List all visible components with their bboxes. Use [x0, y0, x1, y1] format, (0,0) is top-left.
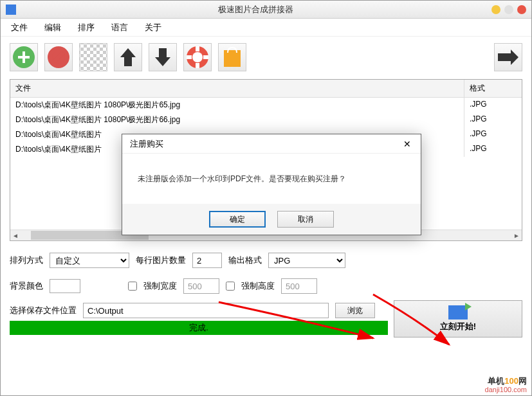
watermark-line2: danji100.com	[485, 386, 527, 393]
dialog-close-button[interactable]: ✕	[399, 138, 416, 150]
outfmt-label: 输出格式	[228, 255, 262, 266]
svg-point-5	[192, 52, 203, 62]
table-row[interactable]: D:\tools\桌面\4K壁纸图片 1080P\极光图片65.jpg .JPG	[10, 98, 522, 113]
titlebar: 极速图片合成拼接器	[1, 1, 531, 19]
forbidden-circle-icon	[47, 46, 70, 69]
bgcolor-row: 背景颜色 强制宽度 强制高度	[1, 273, 531, 299]
force-width-input[interactable]	[183, 278, 219, 294]
start-button[interactable]: 立刻开始!	[394, 300, 522, 338]
perline-label: 每行图片数量	[136, 255, 186, 266]
help-button[interactable]	[183, 43, 212, 71]
dialog-body: 未注册版会添加一个水印到PDF文件。是否要现在购买注册？	[122, 154, 421, 204]
progress-area: 完成. 立刻开始!	[10, 321, 522, 335]
force-width-label: 强制宽度	[143, 280, 177, 292]
dialog-cancel-button[interactable]: 取消	[277, 211, 334, 228]
dialog-ok-button[interactable]: 确定	[209, 211, 266, 228]
table-header: 文件 格式	[10, 80, 522, 98]
cell-format: .JPG	[464, 127, 522, 142]
move-down-button[interactable]	[149, 43, 177, 71]
watermark: 单机100网 danji100.com	[485, 377, 527, 393]
cell-format: .JPG	[464, 113, 522, 127]
register-dialog: 注册购买 ✕ 未注册版会添加一个水印到PDF文件。是否要现在购买注册？ 确定 取…	[122, 134, 421, 235]
cell-format: .JPG	[464, 142, 522, 157]
dialog-titlebar: 注册购买 ✕	[122, 134, 421, 154]
force-height-checkbox[interactable]	[226, 282, 235, 291]
start-label: 立刻开始!	[440, 321, 476, 332]
force-width-checkbox[interactable]	[128, 282, 137, 291]
toolbar	[1, 37, 531, 78]
close-button[interactable]	[517, 5, 526, 14]
close-icon: ✕	[403, 139, 411, 149]
dialog-buttons: 确定 取消	[122, 204, 421, 235]
plus-circle-icon	[12, 46, 35, 69]
col-header-format[interactable]: 格式	[464, 80, 522, 97]
maximize-button[interactable]	[504, 5, 513, 14]
cell-format: .JPG	[464, 98, 522, 113]
app-icon	[6, 4, 16, 15]
force-height-input[interactable]	[281, 278, 317, 294]
move-up-button[interactable]	[114, 43, 142, 71]
savepath-input[interactable]	[83, 303, 329, 318]
layout-select[interactable]: 自定义	[50, 253, 129, 268]
menu-edit[interactable]: 编辑	[42, 21, 64, 35]
start-icon	[448, 305, 468, 320]
bgcolor-swatch[interactable]	[50, 279, 80, 293]
layout-row: 排列方式 自定义 每行图片数量 输出格式 JPG	[1, 248, 531, 273]
add-button[interactable]	[10, 43, 38, 71]
progress-bar: 完成.	[10, 321, 388, 335]
bgcolor-label: 背景颜色	[10, 280, 43, 292]
delete-button[interactable]	[44, 43, 73, 71]
shop-button[interactable]	[218, 43, 246, 71]
cell-file: D:\tools\桌面\4K壁纸图片 1080P\极光图片66.jpg	[10, 113, 464, 127]
arrow-down-icon	[154, 47, 172, 68]
col-header-file[interactable]: 文件	[10, 80, 464, 97]
dialog-message: 未注册版会添加一个水印到PDF文件。是否要现在购买注册？	[138, 174, 346, 184]
arrow-up-icon	[119, 47, 137, 68]
menu-lang[interactable]: 语言	[109, 21, 131, 35]
scroll-right-icon[interactable]: ►	[511, 230, 522, 240]
arrow-right-icon	[497, 48, 520, 66]
menu-file[interactable]: 文件	[8, 21, 30, 35]
savepath-label: 选择保存文件位置	[10, 305, 77, 316]
svg-rect-6	[224, 50, 241, 67]
bag-icon	[223, 46, 242, 68]
outfmt-select[interactable]: JPG	[268, 253, 345, 268]
dialog-title: 注册购买	[130, 138, 163, 150]
perline-input[interactable]	[192, 253, 222, 268]
force-height-label: 强制高度	[241, 280, 275, 292]
window-title: 极速图片合成拼接器	[20, 4, 491, 15]
menubar: 文件 编辑 排序 语言 关于	[1, 19, 531, 37]
layout-label: 排列方式	[10, 255, 43, 266]
clear-button[interactable]	[79, 43, 107, 71]
cell-file: D:\tools\桌面\4K壁纸图片 1080P\极光图片65.jpg	[10, 98, 464, 113]
window-controls	[491, 5, 526, 14]
minimize-button[interactable]	[491, 5, 500, 14]
table-row[interactable]: D:\tools\桌面\4K壁纸图片 1080P\极光图片66.jpg .JPG	[10, 113, 522, 127]
next-button[interactable]	[494, 43, 522, 71]
browse-button[interactable]: 浏览	[335, 303, 375, 318]
scroll-left-icon[interactable]: ◄	[10, 230, 21, 240]
menu-sort[interactable]: 排序	[75, 21, 97, 35]
lifebuoy-icon	[186, 46, 209, 69]
watermark-line1: 单机100网	[488, 376, 527, 386]
menu-about[interactable]: 关于	[142, 21, 164, 35]
